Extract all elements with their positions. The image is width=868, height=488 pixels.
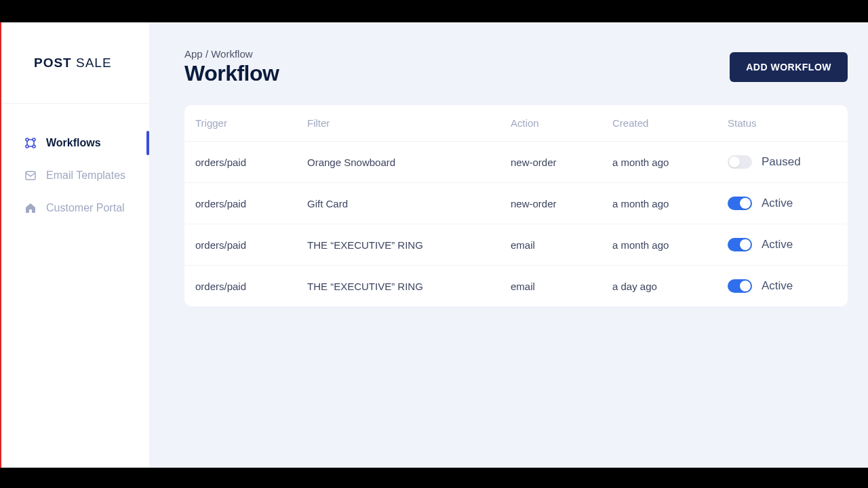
add-workflow-button[interactable]: ADD WORKFLOW <box>730 52 848 82</box>
cell-status: Paused <box>728 155 837 169</box>
logo-part2: SALE <box>76 56 112 70</box>
cell-action: new-order <box>511 157 612 168</box>
status-label: Active <box>762 238 793 251</box>
cell-filter: Orange Snowboard <box>307 157 511 168</box>
breadcrumb-sep: / <box>205 48 208 60</box>
status-toggle[interactable] <box>728 155 752 169</box>
cell-created: a month ago <box>612 198 728 209</box>
cell-action: email <box>511 281 612 292</box>
header-left: App / Workflow Workflow <box>184 48 279 86</box>
workflows-table: Trigger Filter Action Created Status ord… <box>184 105 848 306</box>
cell-filter: Gift Card <box>307 198 511 209</box>
cell-trigger: orders/paid <box>195 239 307 251</box>
page-header: App / Workflow Workflow ADD WORKFLOW <box>184 48 848 86</box>
svg-point-1 <box>33 138 35 141</box>
status-label: Paused <box>762 155 801 169</box>
svg-point-2 <box>26 145 28 148</box>
cell-created: a day ago <box>612 281 728 292</box>
col-action: Action <box>511 117 612 129</box>
cell-filter: THE “EXECUTIVE” RING <box>307 239 511 251</box>
cell-created: a month ago <box>612 157 728 168</box>
mail-icon <box>24 169 37 182</box>
cell-status: Active <box>728 238 837 251</box>
svg-point-3 <box>33 145 35 148</box>
cell-filter: THE “EXECUTIVE” RING <box>307 281 511 292</box>
status-toggle[interactable] <box>728 197 752 210</box>
sidebar-item-label: Customer Portal <box>46 202 125 214</box>
sidebar-item-label: Email Templates <box>46 169 125 182</box>
col-created: Created <box>612 117 728 129</box>
main-content: App / Workflow Workflow ADD WORKFLOW Tri… <box>149 22 868 468</box>
status-label: Active <box>762 279 793 293</box>
app-frame: POST SALE Workflows <box>0 22 868 468</box>
table-row[interactable]: orders/paid Orange Snowboard new-order a… <box>184 142 848 183</box>
logo-part1: POST <box>34 56 72 70</box>
cell-action: new-order <box>511 198 612 209</box>
letterbox-bottom <box>0 468 868 488</box>
col-filter: Filter <box>307 117 511 129</box>
sidebar-nav: Workflows Email Templates Customer Po <box>1 104 149 222</box>
breadcrumb-current[interactable]: Workflow <box>211 48 252 60</box>
breadcrumb: App / Workflow <box>184 48 279 60</box>
sidebar-item-label: Workflows <box>46 137 101 149</box>
cell-trigger: orders/paid <box>195 281 307 292</box>
sidebar-item-customer-portal[interactable]: Customer Portal <box>1 195 149 222</box>
status-toggle[interactable] <box>728 238 752 251</box>
sidebar: POST SALE Workflows <box>1 22 149 468</box>
cell-action: email <box>511 239 612 251</box>
page-title: Workflow <box>184 61 279 86</box>
logo: POST SALE <box>1 22 149 104</box>
cell-created: a month ago <box>612 239 728 251</box>
table-row[interactable]: orders/paid THE “EXECUTIVE” RING email a… <box>184 266 848 306</box>
sidebar-item-email-templates[interactable]: Email Templates <box>1 162 149 189</box>
status-toggle[interactable] <box>728 279 752 293</box>
table-row[interactable]: orders/paid Gift Card new-order a month … <box>184 183 848 224</box>
home-icon <box>24 202 37 214</box>
cell-status: Active <box>728 279 837 293</box>
workflow-icon <box>24 137 37 149</box>
table-row[interactable]: orders/paid THE “EXECUTIVE” RING email a… <box>184 224 848 266</box>
col-trigger: Trigger <box>195 117 307 129</box>
table-header: Trigger Filter Action Created Status <box>184 105 848 142</box>
cell-status: Active <box>728 197 837 210</box>
logo-text: POST SALE <box>34 56 112 70</box>
cell-trigger: orders/paid <box>195 157 307 168</box>
status-label: Active <box>762 197 793 210</box>
svg-rect-4 <box>26 171 35 180</box>
svg-point-0 <box>26 138 28 141</box>
cell-trigger: orders/paid <box>195 198 307 209</box>
letterbox-top <box>0 0 868 22</box>
sidebar-item-workflows[interactable]: Workflows <box>1 129 149 157</box>
col-status: Status <box>728 117 837 129</box>
breadcrumb-root[interactable]: App <box>184 48 203 60</box>
